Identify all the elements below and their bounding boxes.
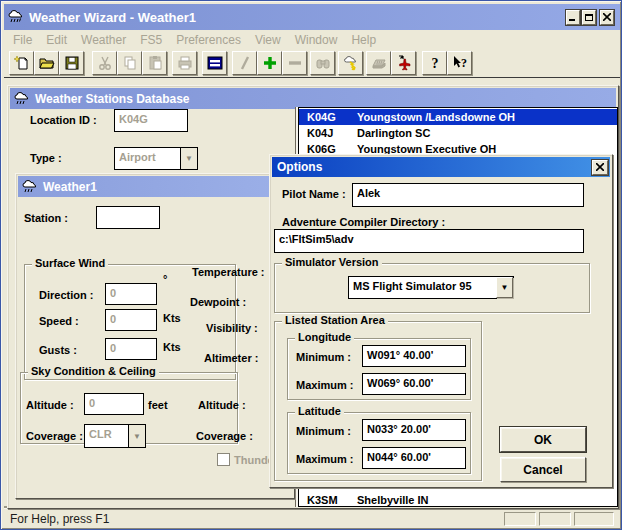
status-text: For Help, press F1	[10, 512, 109, 526]
simulator-version-group: Simulator Version MS Flight Simulator 95…	[274, 263, 590, 313]
toolbar: ? ?	[4, 49, 620, 78]
menu-view[interactable]: View	[248, 31, 288, 49]
remove-button[interactable]	[282, 51, 307, 75]
menu-weather[interactable]: Weather	[74, 31, 133, 49]
altitude-right-label: Altitude :	[198, 399, 246, 411]
weather1-window: Weather1 Station : Surface Wind Directio…	[15, 173, 295, 499]
station-row[interactable]: K04G Youngstown /Landsdowne OH	[299, 109, 617, 125]
cancel-button[interactable]: Cancel	[500, 457, 586, 482]
cut-button[interactable]	[92, 51, 117, 75]
chevron-down-icon[interactable]: ▼	[496, 277, 513, 298]
paste-button[interactable]	[142, 51, 167, 75]
stations-window-title: Weather Stations Database	[35, 92, 190, 106]
print-button[interactable]	[172, 51, 197, 75]
station-list-icon	[207, 55, 223, 71]
sky-condition-group-label: Sky Condition & Ceiling	[28, 365, 159, 377]
find-button[interactable]	[310, 51, 335, 75]
direction-value: 0	[110, 287, 116, 299]
svg-text:?: ?	[461, 56, 467, 70]
coverage-combobox[interactable]: CLR ▼	[84, 424, 146, 448]
longitude-min-field[interactable]: W091° 40.00'	[362, 345, 466, 367]
longitude-max-value: W069° 60.00'	[367, 377, 433, 389]
type-combobox[interactable]: Airport ▼	[114, 147, 198, 170]
station-row[interactable]: K04J Darlington SC	[299, 125, 617, 141]
remove-icon	[287, 55, 303, 71]
context-help-button[interactable]: ?	[447, 51, 472, 75]
chevron-down-icon[interactable]: ▼	[180, 148, 197, 169]
options-title: Options	[277, 160, 322, 174]
stations-window-icon	[14, 91, 30, 107]
thunderstorm-checkbox[interactable]	[217, 453, 230, 466]
compile-weather-button[interactable]	[338, 51, 363, 75]
cancel-button-label: Cancel	[523, 463, 562, 477]
status-pane-3	[574, 512, 614, 526]
ok-button-label: OK	[534, 433, 552, 447]
edit-slash-icon	[237, 55, 253, 71]
fly-now-button[interactable]	[391, 51, 416, 75]
pilot-name-field[interactable]: Alek	[352, 183, 584, 207]
adventure-dir-field[interactable]: c:\FltSim5\adv	[274, 229, 584, 253]
longitude-max-field[interactable]: W069° 60.00'	[362, 373, 466, 395]
altimeter-label: Altimeter :	[204, 352, 258, 364]
location-id-field[interactable]: K04G	[114, 109, 188, 132]
menu-file[interactable]: File	[6, 31, 39, 49]
weather1-window-icon	[22, 179, 38, 195]
ceiling-altitude-value: 0	[89, 397, 95, 409]
speed-label: Speed :	[39, 315, 79, 327]
station-list-button[interactable]	[202, 51, 227, 75]
menu-edit[interactable]: Edit	[39, 31, 74, 49]
main-window-title: Weather Wizard - Weather1	[29, 10, 196, 25]
compiler-button[interactable]	[366, 51, 391, 75]
direction-field[interactable]: 0	[105, 283, 157, 305]
gusts-field[interactable]: 0	[105, 338, 157, 360]
adventure-dir-value: c:\FltSim5\adv	[279, 233, 354, 245]
station-row[interactable]: K3SM Shelbyville IN	[299, 492, 617, 507]
menubar: File Edit Weather FS5 Preferences View W…	[4, 30, 620, 49]
latitude-max-field[interactable]: N044° 60.00'	[362, 447, 466, 469]
station-name: Youngstown /Landsdowne OH	[357, 111, 515, 123]
options-close-button[interactable]	[592, 160, 608, 175]
menu-fs5[interactable]: FS5	[133, 31, 169, 49]
context-help-icon: ?	[452, 55, 468, 71]
maximize-button[interactable]	[582, 10, 596, 25]
print-icon	[177, 55, 193, 71]
help-button[interactable]: ?	[422, 51, 447, 75]
copy-button[interactable]	[117, 51, 142, 75]
station-field[interactable]	[96, 206, 160, 229]
menu-window[interactable]: Window	[288, 31, 345, 49]
edit-button[interactable]	[232, 51, 257, 75]
minimize-button[interactable]	[566, 10, 580, 25]
pilot-name-label: Pilot Name :	[282, 188, 346, 200]
app-weather-icon	[8, 9, 24, 25]
stations-window-titlebar: Weather Stations Database	[10, 88, 616, 109]
coverage-right-label: Coverage :	[196, 430, 253, 442]
listed-station-area-group: Listed Station Area Longitude Minimum : …	[274, 321, 482, 481]
menu-help[interactable]: Help	[344, 31, 383, 49]
chevron-down-icon[interactable]: ▼	[128, 425, 145, 447]
location-id-value: K04G	[119, 113, 148, 125]
maximize-icon	[585, 13, 594, 22]
station-name: Darlington SC	[357, 127, 430, 139]
status-pane-1	[504, 512, 536, 526]
simulator-version-combobox[interactable]: MS Flight Simulator 95 ▼	[348, 276, 514, 299]
close-icon	[596, 163, 604, 171]
save-button[interactable]	[59, 51, 84, 75]
gusts-label: Gusts :	[39, 344, 77, 356]
open-button[interactable]	[34, 51, 59, 75]
latitude-min-field[interactable]: N033° 20.00'	[362, 419, 466, 441]
ceiling-altitude-field[interactable]: 0	[84, 393, 144, 415]
close-icon	[603, 13, 611, 21]
coverage-value: CLR	[85, 425, 128, 447]
menu-preferences[interactable]: Preferences	[169, 31, 248, 49]
new-button[interactable]	[9, 51, 34, 75]
add-icon	[262, 55, 278, 71]
latitude-min-label: Minimum :	[296, 425, 351, 437]
speed-field[interactable]: 0	[105, 309, 157, 331]
station-id: K3SM	[307, 494, 357, 506]
close-button[interactable]	[600, 10, 614, 25]
ok-button[interactable]: OK	[500, 427, 586, 452]
latitude-max-label: Maximum :	[296, 453, 353, 465]
dewpoint-label: Dewpoint :	[190, 296, 246, 308]
add-button[interactable]	[257, 51, 282, 75]
compiler-icon	[371, 55, 387, 71]
